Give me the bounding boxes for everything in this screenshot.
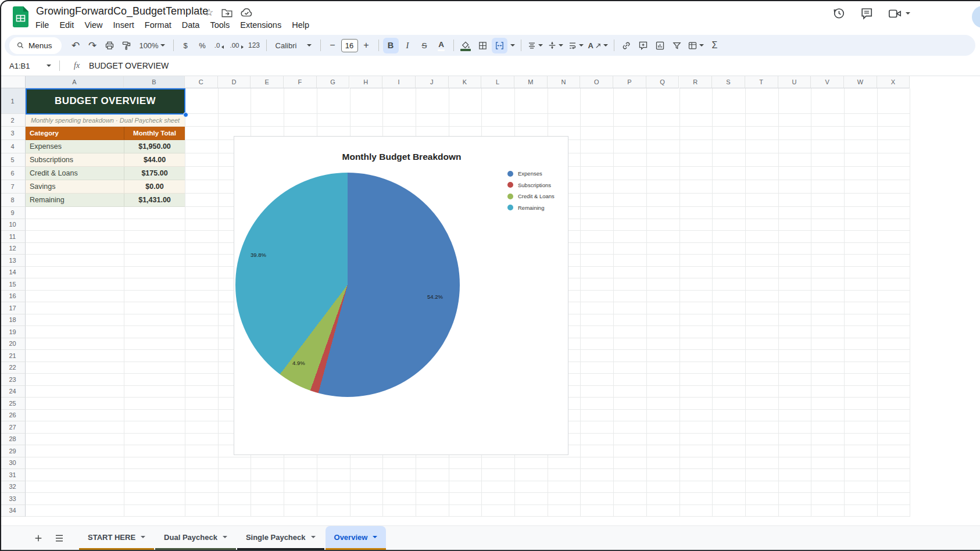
text-rotation-button[interactable]: A xyxy=(586,38,610,53)
decrease-font-size-button[interactable]: − xyxy=(325,38,341,53)
column-header-O[interactable]: O xyxy=(580,76,613,88)
menu-help[interactable]: Help xyxy=(287,19,314,31)
column-header-R[interactable]: R xyxy=(679,76,713,88)
row-header-12[interactable]: 12 xyxy=(0,243,26,255)
move-folder-icon[interactable] xyxy=(221,8,233,17)
row-header-9[interactable]: 9 xyxy=(0,207,26,219)
row-header-24[interactable]: 24 xyxy=(0,386,26,398)
menu-format[interactable]: Format xyxy=(140,19,177,31)
cell-category[interactable]: Remaining xyxy=(26,194,124,206)
sheet-tab-caret-icon[interactable] xyxy=(311,536,316,538)
row-header-21[interactable]: 21 xyxy=(0,350,26,362)
row-header-33[interactable]: 33 xyxy=(0,493,26,505)
name-box-caret-icon[interactable] xyxy=(47,65,51,67)
row-header-18[interactable]: 18 xyxy=(0,314,26,327)
horizontal-scroll-strip[interactable] xyxy=(0,517,980,526)
header-category[interactable]: Category xyxy=(26,127,124,139)
spreadsheet-grid[interactable]: ABCDEFGHIJKLMNOPQRSTUVWX 123456789101112… xyxy=(0,76,980,517)
column-header-M[interactable]: M xyxy=(514,76,548,88)
cell-category[interactable]: Savings xyxy=(26,180,124,193)
column-header-S[interactable]: S xyxy=(712,76,745,88)
cell-a2-subtitle[interactable]: Monthly spending breakdown · Dual Payche… xyxy=(26,114,185,127)
sheet-tab-start-here[interactable]: START HERE xyxy=(79,526,154,550)
version-history-icon[interactable] xyxy=(832,7,845,20)
select-all-corner[interactable] xyxy=(0,76,26,88)
horizontal-align-button[interactable] xyxy=(525,38,545,53)
column-header-A[interactable]: A xyxy=(26,76,124,88)
undo-button[interactable]: ↶ xyxy=(68,38,84,53)
column-header-U[interactable]: U xyxy=(778,76,811,88)
menu-tools[interactable]: Tools xyxy=(205,19,235,31)
bold-button[interactable]: B xyxy=(383,38,399,53)
font-size-input[interactable]: 16 xyxy=(341,39,358,52)
sheet-tab-caret-icon[interactable] xyxy=(223,536,227,538)
row-header-6[interactable]: 6 xyxy=(0,167,26,180)
menu-view[interactable]: View xyxy=(79,19,108,31)
font-select[interactable]: Calibri xyxy=(271,38,316,53)
increase-decimal-button[interactable]: .00 xyxy=(228,38,245,53)
name-box[interactable]: A1:B1 xyxy=(0,62,56,70)
column-header-K[interactable]: K xyxy=(449,76,482,88)
video-call-icon[interactable] xyxy=(888,8,902,19)
document-title[interactable]: GrowingForwardCo_BudgetTemplate xyxy=(36,5,208,17)
sheet-tab-caret-icon[interactable] xyxy=(373,536,377,538)
row-header-13[interactable]: 13 xyxy=(0,255,26,267)
insert-comment-button[interactable] xyxy=(635,38,651,53)
column-header-E[interactable]: E xyxy=(251,76,284,88)
row-header-7[interactable]: 7 xyxy=(0,180,26,194)
cell-a1-title[interactable]: BUDGET OVERVIEW xyxy=(26,88,185,114)
functions-button[interactable]: Σ xyxy=(707,38,723,53)
menu-data[interactable]: Data xyxy=(177,19,205,31)
all-sheets-button[interactable] xyxy=(49,526,70,550)
row-header-31[interactable]: 31 xyxy=(0,469,26,481)
sheet-tab-single-paycheck[interactable]: Single Paycheck xyxy=(237,526,324,550)
row-header-11[interactable]: 11 xyxy=(0,231,26,243)
cloud-saved-icon[interactable] xyxy=(241,8,253,17)
menu-insert[interactable]: Insert xyxy=(108,19,140,31)
column-header-H[interactable]: H xyxy=(350,76,383,88)
row-header-15[interactable]: 15 xyxy=(0,278,26,291)
sheet-tab-caret-icon[interactable] xyxy=(141,536,145,538)
row-header-19[interactable]: 19 xyxy=(0,326,26,338)
insert-chart-button[interactable] xyxy=(652,38,668,53)
create-filter-button[interactable] xyxy=(669,38,685,53)
row-header-4[interactable]: 4 xyxy=(0,140,26,153)
fill-color-button[interactable] xyxy=(458,38,474,53)
column-header-F[interactable]: F xyxy=(284,76,317,88)
column-header-V[interactable]: V xyxy=(811,76,844,88)
row-header-8[interactable]: 8 xyxy=(0,194,26,207)
video-call-caret-icon[interactable] xyxy=(906,12,910,15)
column-header-W[interactable]: W xyxy=(844,76,877,88)
merge-cells-button[interactable] xyxy=(492,38,507,53)
format-currency-button[interactable]: $ xyxy=(178,38,194,53)
column-header-B[interactable]: B xyxy=(124,76,185,88)
menu-file[interactable]: File xyxy=(30,19,54,31)
column-header-Q[interactable]: Q xyxy=(646,76,679,88)
row-header-34[interactable]: 34 xyxy=(0,505,26,517)
cell-category[interactable]: Expenses xyxy=(26,140,124,153)
cell-category[interactable]: Subscriptions xyxy=(26,153,124,166)
cell-amount[interactable]: $175.00 xyxy=(124,167,185,180)
decrease-decimal-button[interactable]: .0 xyxy=(212,38,227,53)
column-header-J[interactable]: J xyxy=(416,76,449,88)
column-header-X[interactable]: X xyxy=(877,76,910,88)
column-header-P[interactable]: P xyxy=(613,76,646,88)
cell-amount[interactable]: $1,431.00 xyxy=(124,194,185,206)
row-header-14[interactable]: 14 xyxy=(0,267,26,279)
row-header-22[interactable]: 22 xyxy=(0,362,26,374)
row-header-1[interactable]: 1 xyxy=(0,88,26,114)
cell-amount[interactable]: $44.00 xyxy=(124,153,185,166)
italic-button[interactable]: I xyxy=(400,38,416,53)
column-header-G[interactable]: G xyxy=(317,76,350,88)
row-header-32[interactable]: 32 xyxy=(0,481,26,493)
print-button[interactable] xyxy=(102,38,117,53)
row-header-25[interactable]: 25 xyxy=(0,398,26,410)
cell-amount[interactable]: $1,950.00 xyxy=(124,140,185,153)
merge-cells-caret[interactable] xyxy=(509,38,517,53)
vertical-align-button[interactable] xyxy=(546,38,565,53)
sheet-tab-overview[interactable]: Overview xyxy=(326,526,387,550)
column-header-N[interactable]: N xyxy=(548,76,581,88)
format-percent-button[interactable]: % xyxy=(195,38,210,53)
column-header-L[interactable]: L xyxy=(481,76,514,88)
row-header-27[interactable]: 27 xyxy=(0,421,26,434)
